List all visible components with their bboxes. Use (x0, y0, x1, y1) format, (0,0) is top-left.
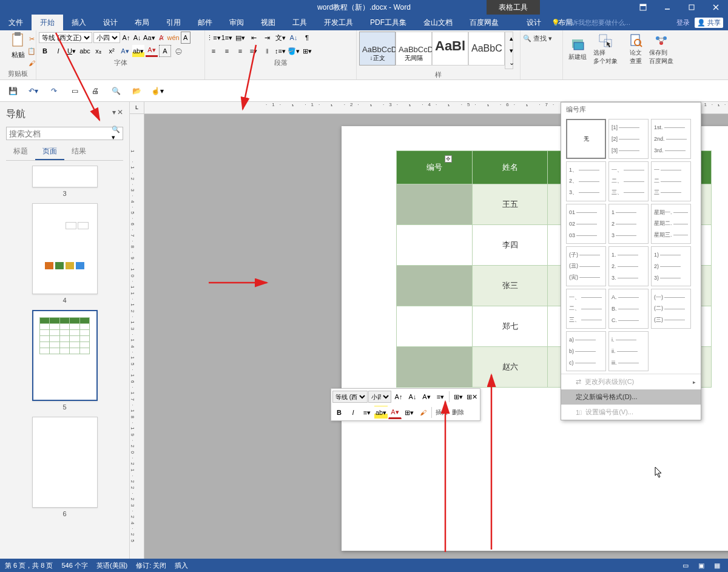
enclose-char-icon[interactable]: ㊁ (172, 45, 184, 57)
tab-table-design[interactable]: 设计 (518, 15, 550, 30)
page-thumb-5[interactable] (32, 310, 98, 401)
print-icon[interactable]: 🖨 (89, 84, 102, 98)
bullets-icon[interactable]: ⋮≡▾ (207, 32, 220, 44)
numbering-preset-4[interactable]: 一二三 (651, 161, 691, 201)
font-family-select[interactable]: 等线 (西文正) (39, 32, 92, 43)
clear-format-icon[interactable]: A̷ (157, 32, 166, 44)
format-painter-icon[interactable]: 🖌 (25, 57, 38, 69)
maximize-btn[interactable] (679, 0, 704, 15)
select-multi-button[interactable]: 选择 多个对象 (593, 32, 618, 67)
cell-r5c1[interactable] (397, 347, 473, 388)
numbering-preset-1[interactable]: 1st.2nd.3rd. (651, 119, 691, 159)
tab-review[interactable]: 审阅 (221, 15, 252, 30)
define-new-number-format[interactable]: 定义新编号格式(D)... (561, 389, 701, 405)
ruler-corner[interactable]: L (130, 102, 144, 114)
mini-delete-label[interactable]: 删除 (450, 408, 466, 417)
mini-shrink-icon[interactable]: A↓ (406, 390, 419, 403)
cell-r5c2[interactable]: 赵六 (472, 347, 548, 388)
tab-wps[interactable]: 金山文档 (415, 15, 461, 30)
tab-home[interactable]: 开始 (32, 15, 63, 30)
tab-layout[interactable]: 布局 (126, 15, 158, 30)
numbering-preset-5[interactable]: 010203 (566, 204, 606, 244)
highlight-icon[interactable]: ab▾ (132, 45, 144, 57)
tab-tools[interactable]: 工具 (284, 15, 315, 30)
redo-icon[interactable]: ↷ (47, 84, 61, 98)
font-size-select[interactable]: 小四 (93, 32, 120, 43)
page-thumb-6[interactable] (32, 417, 98, 508)
nav-tab-pages[interactable]: 页面 (35, 144, 64, 160)
numbering-preset-14[interactable]: a)b)c) (566, 331, 606, 371)
change-case-icon[interactable]: Aa▾ (143, 32, 155, 44)
mini-size-select[interactable]: 小四 (368, 391, 391, 403)
numbering-preset-0[interactable]: [1][2][3] (608, 119, 649, 159)
numbering-preset-2[interactable]: 1、2、3、 (566, 161, 606, 201)
status-page[interactable]: 第 6 页，共 8 页 (5, 561, 53, 570)
tab-pdf[interactable]: PDF工具集 (362, 15, 415, 30)
nav-tab-results[interactable]: 结果 (64, 144, 93, 160)
sort-icon[interactable]: A↓ (288, 32, 300, 44)
cell-r1c2[interactable]: 王五 (472, 184, 548, 225)
style-normal[interactable]: AaBbCcDc↓正文 (359, 32, 396, 66)
open-icon[interactable]: 📂 (130, 84, 143, 98)
asian-layout-icon[interactable]: 文▾ (274, 32, 286, 44)
tab-developer[interactable]: 开发工具 (315, 15, 362, 30)
increase-indent-icon[interactable]: ⇥ (261, 32, 273, 44)
char-shading-icon[interactable]: A (159, 45, 171, 57)
italic-icon[interactable]: I (52, 45, 64, 57)
numbering-preset-10[interactable]: 1)2)3) (651, 246, 691, 286)
tab-mailings[interactable]: 邮件 (189, 15, 221, 30)
strike-icon[interactable]: abc (79, 45, 91, 57)
mini-border-icon[interactable]: ⊞▾ (402, 406, 416, 419)
align-right-icon[interactable]: ≡ (234, 45, 246, 57)
paste-button[interactable]: 粘贴 (10, 32, 26, 59)
tab-references[interactable]: 引用 (158, 15, 189, 30)
text-effect-icon[interactable]: A▾ (119, 45, 131, 57)
cell-r4c2[interactable]: 郑七 (472, 306, 548, 347)
numbering-preset-15[interactable]: i.ii.iii. (608, 331, 649, 371)
shrink-font-icon[interactable]: A↓ (132, 32, 142, 44)
find-button[interactable]: 🔍 查找 ▾ (523, 34, 552, 43)
mini-painter-icon[interactable]: 🖌 (416, 406, 430, 419)
superscript-icon[interactable]: x² (106, 45, 118, 57)
mini-highlight-icon[interactable]: ab▾ (374, 406, 388, 419)
save-icon[interactable]: 💾 (6, 84, 19, 98)
style-gallery[interactable]: AaBbCcDc↓正文 AaBbCcD无间隔 AaBl AaBbC ▴ ▾ ⌄ (359, 32, 517, 69)
ribbon-display-btn[interactable] (631, 0, 655, 15)
nav-tab-headings[interactable]: 标题 (6, 144, 35, 160)
tab-view[interactable]: 视图 (252, 15, 284, 30)
nav-search-input[interactable] (9, 129, 112, 138)
tellme-input[interactable]: 告诉我您想要做什么... (565, 18, 630, 27)
baidu-save-button[interactable]: 保存到 百度网盘 (649, 32, 673, 67)
font-color-icon[interactable]: A▾ (146, 45, 158, 57)
style-more-icon[interactable]: ⌄ (505, 56, 517, 69)
borders-icon[interactable]: ⊞▾ (301, 45, 313, 57)
tab-baidu[interactable]: 百度网盘 (461, 15, 507, 30)
newgroup-button[interactable]: 新建组 (565, 32, 590, 67)
numbering-preset-11[interactable]: 一、二、三、 (566, 289, 606, 329)
phonetic-icon[interactable]: wén (167, 32, 180, 44)
show-marks-icon[interactable]: ¶ (301, 32, 313, 44)
mini-fontcolor-icon[interactable]: A▾ (388, 406, 402, 419)
th-number[interactable]: 编号 (397, 151, 473, 184)
style-heading2[interactable]: AaBbC (468, 32, 505, 66)
status-mode[interactable]: 插入 (175, 561, 188, 570)
shading-icon[interactable]: 🪣▾ (288, 45, 300, 57)
char-border-icon[interactable]: A (181, 32, 190, 44)
bold-icon[interactable]: B (39, 45, 51, 57)
page-thumb-4[interactable] (32, 203, 98, 294)
mini-table-icon[interactable]: ⊞▾ (451, 390, 465, 403)
cell-r3c2[interactable]: 张三 (472, 266, 548, 306)
numbering-preset-6[interactable]: 123 (608, 204, 649, 244)
cell-r2c2[interactable]: 李四 (472, 225, 548, 266)
status-words[interactable]: 546 个字 (61, 561, 87, 570)
cell-r3c1[interactable] (397, 266, 473, 306)
mini-font-select[interactable]: 等线 (西) (332, 391, 368, 403)
numbering-preset-3[interactable]: 一、二、三、 (608, 161, 649, 201)
print-preview-icon[interactable]: 🔍 (109, 84, 123, 98)
web-layout-icon[interactable]: ▦ (711, 560, 723, 570)
cell-r1c1[interactable] (397, 184, 473, 225)
style-nospacing[interactable]: AaBbCcD无间隔 (396, 32, 432, 66)
mini-italic-icon[interactable]: I (346, 406, 360, 419)
mini-delete-table-icon[interactable]: ⊞✕ (465, 390, 479, 403)
align-center-icon[interactable]: ≡ (221, 45, 233, 57)
